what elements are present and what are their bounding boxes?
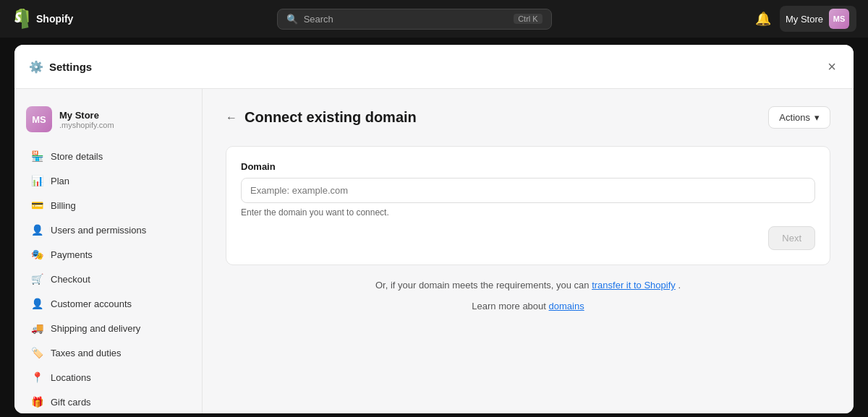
users-icon: 👤 <box>30 223 43 236</box>
sidebar-item-shipping-delivery[interactable]: 🚚 Shipping and delivery <box>19 316 197 340</box>
topbar-right: 🔔 My Store MS <box>755 6 856 32</box>
modal-title: Settings <box>49 61 92 73</box>
actions-chevron-icon: ▾ <box>814 112 820 123</box>
next-button[interactable]: Next <box>768 226 815 250</box>
sidebar-item-store-details[interactable]: 🏪 Store details <box>19 144 197 168</box>
notification-bell-icon[interactable]: 🔔 <box>755 11 771 27</box>
next-button-row: Next <box>241 226 815 250</box>
gift-cards-icon: 🎁 <box>30 395 43 408</box>
actions-button[interactable]: Actions ▾ <box>768 106 830 129</box>
settings-modal: ⚙️ Settings × MS My Store .myshopify.com <box>14 45 854 413</box>
sidebar-item-label: Payments <box>51 249 93 260</box>
domain-hint: Enter the domain you want to connect. <box>241 207 815 218</box>
transfer-text: Or, if your domain meets the requirement… <box>226 280 830 291</box>
back-button[interactable]: ← <box>226 111 237 124</box>
modal-close-button[interactable]: × <box>825 56 839 77</box>
sidebar-store-name: My Store <box>59 110 114 121</box>
page-title: Connect existing domain <box>244 109 417 126</box>
modal-title-row: ⚙️ Settings <box>29 60 92 74</box>
sidebar-item-plan[interactable]: 📊 Plan <box>19 168 197 193</box>
sidebar-store-avatar: MS <box>26 106 52 132</box>
sidebar-item-checkout[interactable]: 🛒 Checkout <box>19 267 197 291</box>
checkout-icon: 🛒 <box>30 272 43 285</box>
sidebar-item-customer-accounts[interactable]: 👤 Customer accounts <box>19 291 197 316</box>
learn-more-text: Learn more about domains <box>226 301 830 311</box>
sidebar-item-billing[interactable]: 💳 Billing <box>19 193 197 218</box>
store-avatar: MS <box>829 9 849 29</box>
search-bar[interactable]: 🔍 Search Ctrl K <box>277 9 552 30</box>
domain-field-label: Domain <box>241 161 815 172</box>
sidebar-item-label: Locations <box>51 372 91 383</box>
sidebar-item-label: Plan <box>51 176 69 186</box>
sidebar-item-label: Shipping and delivery <box>51 323 140 334</box>
topbar: Shopify 🔍 Search Ctrl K 🔔 My Store MS <box>0 0 868 38</box>
plan-icon: 📊 <box>30 174 43 187</box>
sidebar-item-label: Customer accounts <box>51 298 132 309</box>
sidebar-item-label: Gift cards <box>51 397 91 408</box>
sidebar-store-url: .myshopify.com <box>59 121 114 129</box>
domain-input[interactable] <box>241 178 815 203</box>
main-content: ← Connect existing domain Actions ▾ Doma… <box>203 89 854 413</box>
sidebar-item-taxes-duties[interactable]: 🏷️ Taxes and duties <box>19 340 197 365</box>
transfer-text-suffix: . <box>678 280 681 291</box>
learn-more-prefix: Learn more about <box>472 301 546 311</box>
sidebar-item-label: Checkout <box>51 274 90 285</box>
settings-gear-icon: ⚙️ <box>29 60 43 74</box>
sidebar-item-payments[interactable]: 🎭 Payments <box>19 242 197 267</box>
actions-label: Actions <box>779 112 810 123</box>
customer-accounts-icon: 👤 <box>30 297 43 310</box>
transfer-text-prefix: Or, if your domain meets the requirement… <box>375 280 590 291</box>
sidebar-item-gift-cards[interactable]: 🎁 Gift cards <box>19 390 197 413</box>
content-title-row: ← Connect existing domain <box>226 109 417 126</box>
sidebar-item-label: Store details <box>51 151 103 162</box>
domain-card: Domain Enter the domain you want to conn… <box>226 146 830 265</box>
content-header: ← Connect existing domain Actions ▾ <box>226 106 830 129</box>
brand-name: Shopify <box>36 13 73 25</box>
modal-overlay: ⚙️ Settings × MS My Store .myshopify.com <box>0 38 868 417</box>
modal-header: ⚙️ Settings × <box>14 45 854 89</box>
shipping-icon: 🚚 <box>30 322 43 335</box>
shopify-logo: Shopify <box>12 9 73 29</box>
sidebar-item-label: Users and permissions <box>51 225 146 236</box>
taxes-icon: 🏷️ <box>30 346 43 359</box>
store-info-text: My Store .myshopify.com <box>59 110 114 129</box>
billing-icon: 💳 <box>30 199 43 212</box>
sidebar-item-label: Billing <box>51 200 76 211</box>
search-icon: 🔍 <box>286 14 298 25</box>
settings-sidebar: MS My Store .myshopify.com 🏪 Store detai… <box>14 89 203 413</box>
sidebar-item-users-permissions[interactable]: 👤 Users and permissions <box>19 218 197 242</box>
store-details-icon: 🏪 <box>30 150 43 163</box>
search-label: Search <box>304 14 333 25</box>
search-shortcut: Ctrl K <box>514 14 542 24</box>
transfer-link[interactable]: transfer it to Shopify <box>592 280 676 291</box>
sidebar-item-label: Taxes and duties <box>51 348 122 358</box>
locations-icon: 📍 <box>30 371 43 384</box>
payments-icon: 🎭 <box>30 248 43 261</box>
modal-body: MS My Store .myshopify.com 🏪 Store detai… <box>14 89 854 413</box>
store-menu-button[interactable]: My Store MS <box>780 6 856 32</box>
store-name: My Store <box>786 14 823 25</box>
sidebar-item-locations[interactable]: 📍 Locations <box>19 365 197 390</box>
topbar-left: Shopify <box>12 9 73 29</box>
store-info: MS My Store .myshopify.com <box>14 100 202 144</box>
learn-more-link[interactable]: domains <box>549 301 584 311</box>
